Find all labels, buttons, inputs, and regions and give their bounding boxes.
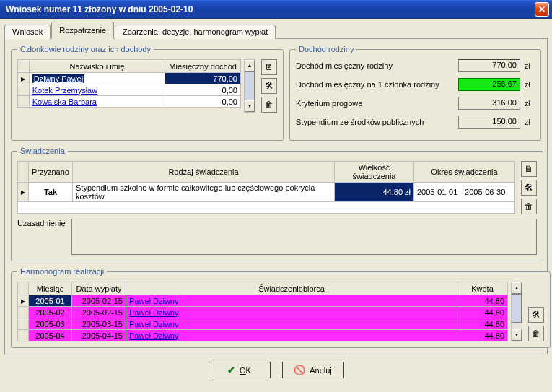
add-button[interactable]: 🗎 (261, 59, 277, 75)
sched-ben-1[interactable]: Paweł Dziwny (126, 307, 457, 318)
family-row-0[interactable]: Dziwny Paweł 770,00 (18, 73, 241, 84)
income-label-0: Dochód miesięczny rodziny (296, 61, 454, 70)
sched-edit-button[interactable]: 🛠 (528, 307, 544, 323)
scroll-up-icon[interactable]: ▴ (512, 282, 522, 294)
svc-col-period[interactable]: Okres świadczenia (414, 162, 515, 183)
tab-panel: Członkowie rodziny oraz ich dochody Nazw… (4, 38, 548, 354)
edit-button[interactable]: 🛠 (261, 78, 277, 94)
income-value-3: 150,00 (458, 116, 520, 129)
sched-ben-link-2[interactable]: Paweł Dziwny (129, 320, 178, 328)
svc-col-amount[interactable]: Wielkość świadczenia (335, 162, 414, 183)
services-fieldset: Świadczenia Przyznano Rodzaj świadczenia… (11, 147, 543, 261)
income-label-3: Stypendium ze środków publicznych (296, 118, 454, 126)
sched-ben-2[interactable]: Paweł Dziwny (126, 318, 457, 330)
sched-ben-link-0[interactable]: Paweł Dziwny (129, 297, 178, 305)
sched-marker-0 (18, 295, 29, 307)
sched-date-0[interactable]: 2005-02-15 (72, 295, 126, 307)
tab-wniosek[interactable]: Wniosek (4, 25, 51, 39)
cancel-button[interactable]: 🚫 Anuluj (282, 362, 344, 378)
window-title: Wniosek numer 11 złożony w dniu 2005-02-… (6, 4, 193, 14)
svc-amount-0[interactable]: 44,80 zł (335, 183, 414, 202)
tools-icon: 🛠 (525, 183, 533, 193)
sched-amt-2[interactable]: 44,80 (457, 318, 508, 330)
scroll-thumb[interactable] (245, 71, 255, 100)
sched-side-buttons: 🛠 🗑 (528, 307, 544, 341)
sched-ben-link-3[interactable]: Paweł Dziwny (129, 331, 178, 340)
sched-row-2[interactable]: 2005-03 2005-03-15 Paweł Dziwny 44,80 (18, 318, 508, 330)
svc-col-granted[interactable]: Przyznano (29, 162, 73, 183)
tab-zdarzenia[interactable]: Zdarzenia, decyzje, harmonogram wypłat (115, 25, 276, 39)
svc-period-0[interactable]: 2005-01-01 - 2005-06-30 (414, 183, 515, 202)
services-grid[interactable]: Przyznano Rodzaj świadczenia Wielkość św… (17, 161, 515, 214)
sched-month-0[interactable]: 2005-01 (29, 295, 72, 307)
trash-icon: 🗑 (265, 100, 273, 110)
sched-month-3[interactable]: 2005-04 (29, 330, 72, 341)
svc-side-buttons: 🗎 🛠 🗑 (521, 161, 537, 214)
family-name-1[interactable]: Kotek Przemysław (29, 84, 165, 96)
svc-delete-button[interactable]: 🗑 (521, 199, 537, 214)
income-fieldset: Dochód rodziny Dochód miesięczny rodziny… (289, 45, 541, 141)
no-entry-icon: 🚫 (294, 365, 305, 375)
sched-month-2[interactable]: 2005-03 (29, 318, 72, 330)
sched-row-3[interactable]: 2005-04 2005-04-15 Paweł Dziwny 44,80 (18, 330, 508, 341)
document-icon: 🗎 (265, 62, 273, 72)
schedule-legend: Harmonogram realizacji (17, 267, 107, 276)
family-income-2[interactable]: 0,00 (165, 96, 241, 108)
scroll-down-icon[interactable]: ▾ (512, 329, 522, 341)
row-marker-1 (18, 84, 30, 96)
family-row-1[interactable]: Kotek Przemysław 0,00 (18, 84, 241, 96)
family-income-0[interactable]: 770,00 (165, 73, 241, 84)
income-unit-2: zł (525, 99, 535, 108)
sched-amt-1[interactable]: 44,80 (457, 307, 508, 318)
col-name[interactable]: Nazwisko i imię (29, 60, 165, 73)
svc-row-0[interactable]: Tak Stypendium szkolne w formie całkowit… (18, 183, 515, 202)
income-value-2: 316,00 (458, 97, 520, 110)
family-row-2[interactable]: Kowalska Barbara 0,00 (18, 96, 241, 108)
income-unit-0: zł (525, 61, 535, 70)
family-name-2[interactable]: Kowalska Barbara (29, 96, 165, 108)
check-icon: ✔ (227, 365, 235, 375)
sched-month-1[interactable]: 2005-02 (29, 307, 72, 318)
ok-button[interactable]: ✔ OK (209, 362, 271, 378)
family-scrollbar[interactable]: ▴ ▾ (244, 59, 255, 113)
sched-ben-link-1[interactable]: Paweł Dziwny (129, 308, 178, 317)
col-income[interactable]: Miesięczny dochód (165, 60, 241, 73)
sched-col-date[interactable]: Data wypłaty (72, 282, 126, 295)
sched-delete-button[interactable]: 🗑 (528, 326, 544, 341)
income-value-1: 256,67 (458, 78, 520, 91)
sched-amt-0[interactable]: 44,80 (457, 295, 508, 307)
svc-granted-0[interactable]: Tak (29, 183, 73, 202)
scroll-down-icon[interactable]: ▾ (245, 100, 255, 112)
sched-col-ben[interactable]: Świadczeniobiorca (126, 282, 457, 295)
trash-icon: 🗑 (532, 328, 540, 339)
income-legend: Dochód rodziny (296, 45, 356, 53)
delete-button[interactable]: 🗑 (261, 97, 277, 113)
sched-col-amt[interactable]: Kwota (457, 282, 508, 295)
sched-date-3[interactable]: 2005-04-15 (72, 330, 126, 341)
justification-field[interactable] (71, 219, 537, 255)
tab-rozpatrzenie[interactable]: Rozpatrzenie (51, 22, 114, 39)
family-name-0[interactable]: Dziwny Paweł (29, 73, 165, 84)
row-marker-2 (18, 96, 30, 108)
schedule-grid[interactable]: Miesiąc Data wypłaty Świadczeniobiorca K… (17, 282, 508, 341)
close-button[interactable]: ✕ (535, 2, 549, 17)
family-income-1[interactable]: 0,00 (165, 84, 241, 96)
scroll-up-icon[interactable]: ▴ (245, 60, 255, 71)
sched-ben-0[interactable]: Paweł Dziwny (126, 295, 457, 307)
scroll-thumb[interactable] (512, 294, 522, 323)
sched-col-month[interactable]: Miesiąc (29, 282, 72, 295)
tools-icon: 🛠 (532, 310, 540, 320)
sched-ben-3[interactable]: Paweł Dziwny (126, 330, 457, 341)
sched-amt-3[interactable]: 44,80 (457, 330, 508, 341)
svc-add-button[interactable]: 🗎 (521, 161, 537, 177)
svc-col-kind[interactable]: Rodzaj świadczenia (72, 162, 334, 183)
svc-kind-0[interactable]: Stypendium szkolne w formie całkowitego … (72, 183, 334, 202)
sched-date-1[interactable]: 2005-02-15 (72, 307, 126, 318)
schedule-scrollbar[interactable]: ▴ ▾ (511, 282, 522, 341)
svc-edit-button[interactable]: 🛠 (521, 180, 537, 196)
svc-marker-0 (18, 183, 29, 202)
sched-row-1[interactable]: 2005-02 2005-02-15 Paweł Dziwny 44,80 (18, 307, 508, 318)
sched-date-2[interactable]: 2005-03-15 (72, 318, 126, 330)
family-grid[interactable]: Nazwisko i imię Miesięczny dochód Dziwny… (17, 59, 241, 108)
sched-row-0[interactable]: 2005-01 2005-02-15 Paweł Dziwny 44,80 (18, 295, 508, 307)
